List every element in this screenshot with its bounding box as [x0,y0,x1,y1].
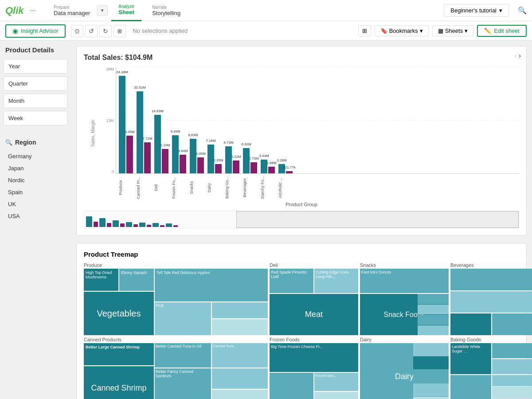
cell-canned-tuna: Better Canned Tuna in Oil [155,343,211,368]
x-axis-labels: Produce Canned Pr... Deli Frozen Fo... S… [102,174,519,200]
nav-prepare[interactable]: Prepare Data manager [47,0,97,21]
region-japan[interactable]: Japan [4,162,67,174]
snacks-label: Snacks [360,262,449,268]
sheets-button[interactable]: ▦ Sheets ▾ [432,25,473,36]
cell-snack-foods: Snack Foods [360,294,449,335]
sales-chart-card: ‹ › Total Sales: $104.9M Sales, Margin 2… [76,46,527,236]
edit-sheet-button[interactable]: ✏️ Edit sheet [477,25,527,37]
region-germany[interactable]: Germany [4,150,67,162]
cell-canned-sardines: Better Fancy Canned Sardines [155,368,211,399]
canned-label: Canned Products [84,337,268,342]
qlik-logo: Qlik [5,5,24,16]
treemap-canned-section: Canned Products Better Large Canned Shri… [84,337,268,399]
region-header: 🔍 Region [4,137,67,148]
second-navigation: ◉ Insight Advisor ⊙ ↺ ↻ ⊗ No selections … [0,21,532,41]
y-tick-0: 0 [102,169,114,174]
beverages-grid [450,269,532,335]
scroll-handle[interactable] [236,211,519,228]
insight-advisor-button[interactable]: ◉ Insight Advisor [5,24,66,38]
chart-nav-arrows: ‹ › [514,52,521,60]
cell-tell-tale: Tell Tale Red Delicious Apples [155,269,268,301]
x-label-produce: Produce [118,176,133,200]
y-tick-26m: 26M [102,67,114,71]
treemap-card: Product Treemap Produce High Top Dried M… [76,243,527,399]
sheets-icon: ▦ [438,27,443,34]
prev-chart-button[interactable]: ‹ [514,52,516,60]
region-uk[interactable]: UK [4,198,67,210]
treemap-deli-section: Deli Red Spade Pimento Loaf Cutting Edge… [270,262,358,335]
beverages-label: Beverages [450,262,532,268]
cell-vegetables: Vegetables [84,292,154,335]
cell-landslide: Landslide White Sugar ... [450,343,491,374]
filter-quarter[interactable]: Quarter [4,76,67,91]
tutorial-button[interactable]: Beginner's tutorial ▾ [444,4,509,17]
region-title: Region [15,139,36,146]
bar-group-beverages: 6.32M 2.73M [243,148,257,173]
product-group-label: Product Group [84,202,519,207]
filter-year[interactable]: Year [4,59,67,74]
selection-tool-1[interactable]: ⊙ [71,25,83,37]
bar-group-starchy: 3.44M 1.68M [261,160,275,173]
filter-week[interactable]: Week [4,111,67,125]
selection-tool-3[interactable]: ↻ [99,25,112,37]
bookmarks-button[interactable]: 🔖 Bookmarks ▾ [375,25,429,36]
cell-canned-shrimp: Canned Shrimp [84,366,154,399]
bars-container: 24.18M 9.45M [116,67,519,174]
selection-tool-2[interactable]: ↺ [85,25,98,37]
produce-grid: High Top Dried Mushrooms Ebony Squash Ve… [84,269,268,335]
dairy-label: Dairy [360,337,449,342]
y-tick-13m: 13M [102,118,114,123]
cell-ebony-squash: Ebony Squash [119,269,154,291]
gridline-top [116,67,519,67]
x-label-snacks: Snacks [189,176,203,200]
cell-canned-tuna-label: Canned Tuna [212,343,268,368]
bar-group-baking: 6.73M 3.22M [225,146,239,173]
treemap-top-row: Produce High Top Dried Mushrooms Ebony S… [84,262,519,335]
selection-tool-4[interactable]: ⊗ [113,25,126,37]
bar-group-produce: 24.18M 9.45M [119,76,133,173]
treemap-frozen-section: Frozen Foods Big Time Frozen Cheese Pi..… [270,337,358,399]
cell-fast-mini: Fast Mini Donuts [360,269,449,293]
region-search-icon: 🔍 [5,139,12,146]
bar-group-canned: 20.52M 7.72M [137,91,151,173]
nav-prepare-dropdown[interactable]: ▾ [97,5,108,16]
region-spain[interactable]: Spain [4,186,67,198]
bar-group-deli: 14.63M 6.10M [154,115,168,173]
x-label-frozen: Frozen Fo... [172,176,186,200]
deli-label: Deli [270,262,358,268]
scroll-mini-chart[interactable] [84,211,519,228]
filter-month[interactable]: Month [4,94,67,108]
toolbar-icons: ⊙ ↺ ↻ ⊗ [71,25,126,37]
qlik-menu-dots[interactable]: ··· [30,7,36,15]
x-label-starchy: Starchy Fo... [260,176,274,200]
bar-group-frozen: 9.49M 4.64M [172,135,186,173]
nav-narrate[interactable]: Narrate Storytelling [145,0,188,21]
next-chart-button[interactable]: › [519,52,521,60]
x-label-dairy: Dairy [207,176,221,200]
main-layout: Product Details Year Quarter Month Week … [0,41,532,399]
baking-label: Baking Goods [450,337,532,342]
y-axis-label: Sales, Margin [90,120,95,147]
treemap-dairy-section: Dairy Dairy [360,337,449,399]
nav-analyze[interactable]: Analyze Sheet [111,0,141,21]
search-button[interactable]: 🔍 [518,6,527,15]
cell-canned-shrimp-name: Better Large Canned Shrimp [84,343,154,365]
cell-meat: Meat [270,294,358,335]
x-label-canned: Canned Pr... [136,176,150,200]
chart-title: Total Sales: $104.9M [84,54,519,62]
bar-group-snacks: 8.63M 4.05M [190,139,204,173]
region-usa[interactable]: USA [4,210,67,222]
edit-icon: ✏️ [484,27,491,34]
x-label-baking: Baking Go... [225,176,239,200]
x-label-deli: Deli [154,176,168,200]
cell-fruit: Fruit [155,302,211,335]
produce-label: Produce [84,262,268,268]
region-nordic[interactable]: Nordic [4,174,67,186]
treemap-baking-starchy-section: Baking Goods Landslide White Sugar ... [450,337,532,399]
grid-view-button[interactable]: ⊞ [358,25,371,36]
treemap-bottom-row: Canned Products Better Large Canned Shri… [84,337,519,399]
canned-grid: Better Large Canned Shrimp Canned Shrimp… [84,343,268,399]
cell-cutting-edge: Cutting Edge Foot-Long Hot... [314,269,358,293]
cell-high-top-mushrooms: High Top Dried Mushrooms [84,269,118,291]
gridline-mid [116,120,519,121]
